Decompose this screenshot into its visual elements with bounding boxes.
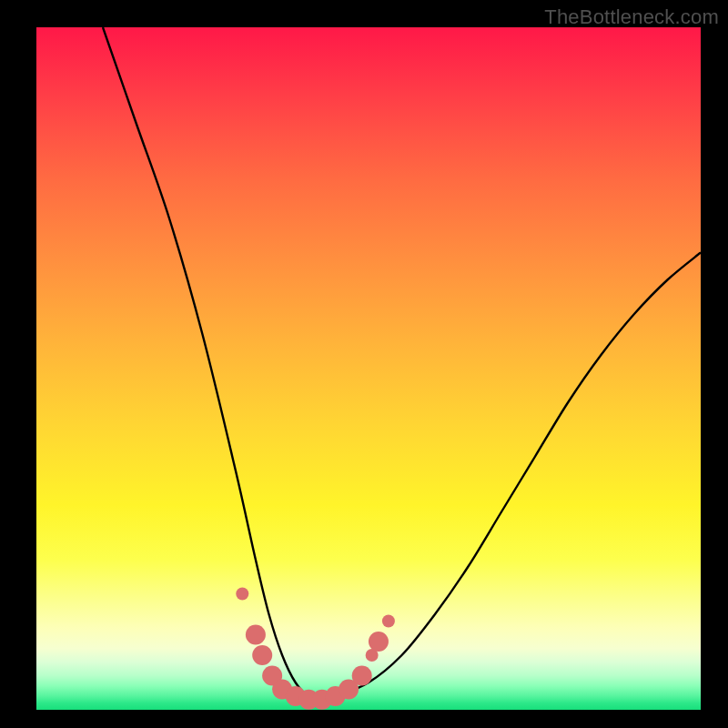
marker-point	[369, 632, 389, 652]
marker-point	[352, 666, 372, 686]
marker-group	[236, 588, 395, 710]
marker-point	[252, 645, 272, 665]
watermark-text: TheBottleneck.com	[544, 5, 719, 29]
bottleneck-curve	[103, 27, 701, 697]
plot-area	[36, 27, 701, 710]
curve-layer	[36, 27, 701, 710]
chart-frame: TheBottleneck.com	[0, 0, 728, 728]
marker-point	[236, 588, 248, 601]
marker-point	[382, 615, 395, 628]
marker-point	[246, 625, 266, 645]
